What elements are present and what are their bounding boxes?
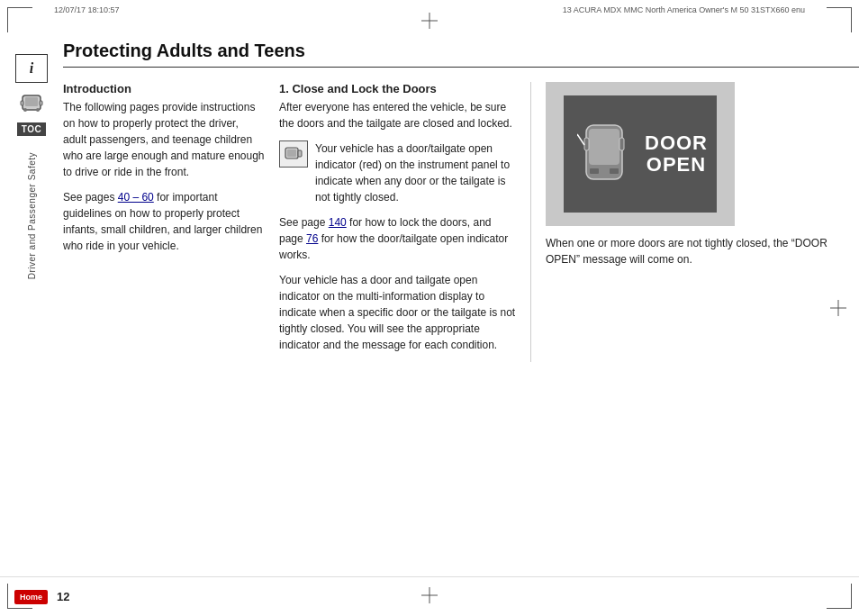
timestamp: 12/07/17 18:10:57 xyxy=(54,5,120,14)
indicator-text: Your vehicle has a door/tailgate open in… xyxy=(315,140,516,205)
content-body: Introduction The following pages provide… xyxy=(63,82,859,362)
page-number: 12 xyxy=(57,590,69,603)
top-metadata: 12/07/17 18:10:57 13 ACURA MDX MMC North… xyxy=(54,5,805,14)
corner-mark-tl xyxy=(7,7,32,32)
sidebar-vertical-text: Driver and Passenger Safety xyxy=(27,152,37,279)
intro-p2-prefix: See pages xyxy=(63,191,118,204)
see-page-140: See page 140 for how to lock the doors, … xyxy=(279,214,516,263)
corner-mark-tr xyxy=(827,7,852,32)
column-left: Introduction The following pages provide… xyxy=(63,82,279,362)
page-title: Protecting Adults and Teens xyxy=(63,41,859,68)
link-pages-40-60[interactable]: 40 – 60 xyxy=(118,191,154,204)
close-lock-paragraph1: After everyone has entered the vehicle, … xyxy=(279,99,516,131)
home-button[interactable]: Home xyxy=(14,590,48,604)
svg-rect-7 xyxy=(287,149,296,157)
svg-rect-5 xyxy=(40,101,42,105)
info-icon: i xyxy=(15,54,48,83)
sidebar: i TOC Driver and Passenger Safety xyxy=(0,45,63,580)
svg-rect-13 xyxy=(590,168,599,174)
door-open-caption: When one or more doors are not tightly c… xyxy=(546,235,859,267)
link-page-140[interactable]: 140 xyxy=(329,216,347,229)
column-middle: 1. Close and Lock the Doors After everyo… xyxy=(279,82,531,362)
close-lock-heading: 1. Close and Lock the Doors xyxy=(279,82,516,95)
column-right: DOOROPEN When one or more doors are not … xyxy=(531,82,859,362)
intro-heading: Introduction xyxy=(63,82,265,95)
car-icon xyxy=(15,88,48,117)
svg-rect-12 xyxy=(619,138,624,150)
bottom-bar: Home 12 xyxy=(0,576,859,616)
svg-rect-14 xyxy=(610,168,619,174)
svg-point-2 xyxy=(23,108,27,112)
intro-paragraph1: The following pages provide instructions… xyxy=(63,99,265,180)
link-page-76[interactable]: 76 xyxy=(306,232,318,245)
svg-line-15 xyxy=(577,134,584,145)
cross-mark-top xyxy=(421,13,438,29)
multi-info-paragraph: Your vehicle has a door and tailgate ope… xyxy=(279,272,516,353)
svg-rect-1 xyxy=(25,97,38,106)
svg-rect-10 xyxy=(589,129,619,165)
svg-rect-4 xyxy=(21,101,23,105)
door-open-panel: DOOROPEN xyxy=(564,95,717,213)
car-top-view-svg xyxy=(577,118,631,190)
doc-id: 13 ACURA MDX MMC North America Owner's M… xyxy=(563,5,805,14)
door-indicator-icon xyxy=(279,140,308,168)
svg-point-3 xyxy=(36,108,40,112)
svg-rect-8 xyxy=(298,150,302,157)
indicator-row: Your vehicle has a door/tailgate open in… xyxy=(279,140,516,205)
p3-prefix: See page xyxy=(279,216,329,229)
toc-badge[interactable]: TOC xyxy=(17,122,46,136)
door-open-text: DOOROPEN xyxy=(645,132,708,176)
main-content: Protecting Adults and Teens Introduction… xyxy=(63,41,859,575)
svg-rect-11 xyxy=(584,138,589,150)
intro-paragraph2: See pages 40 – 60 for important guidelin… xyxy=(63,189,265,254)
door-open-image: DOOROPEN xyxy=(546,82,735,226)
